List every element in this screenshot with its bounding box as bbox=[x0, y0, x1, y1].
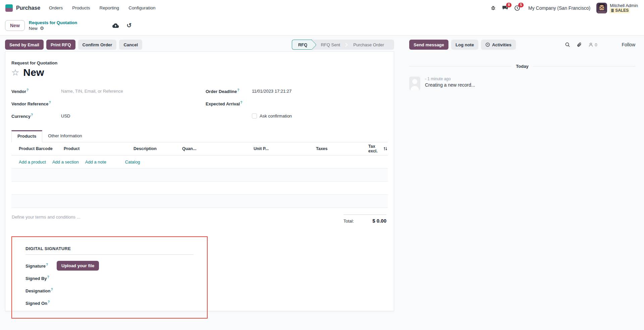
activities-clock-icon[interactable]: 5 bbox=[514, 5, 520, 11]
vendor-reference-label: Vendor Reference? bbox=[11, 101, 61, 106]
empty-table-row bbox=[11, 169, 388, 182]
document-type-label: Request for Quotation bbox=[11, 60, 388, 65]
ask-confirmation-field-row: Ask confirmation bbox=[206, 110, 388, 122]
expected-arrival-input[interactable] bbox=[252, 101, 346, 106]
favorite-star-icon[interactable]: ☆ bbox=[11, 68, 19, 77]
vendor-label: Vendor? bbox=[11, 88, 61, 94]
upload-your-file-button[interactable]: Upload your file bbox=[57, 261, 99, 271]
log-note-button[interactable]: Log note bbox=[451, 40, 478, 50]
debug-bug-icon[interactable] bbox=[490, 5, 496, 11]
terms-and-conditions-input[interactable] bbox=[12, 215, 153, 220]
chatter-panel: Send message Log note Activities bbox=[399, 38, 644, 90]
attachments-paperclip-icon[interactable] bbox=[577, 42, 582, 47]
activities-count-badge: 5 bbox=[518, 3, 524, 7]
order-deadline-label: Order Deadline? bbox=[206, 88, 252, 94]
breadcrumb-parent-link[interactable]: Requests for Quotation bbox=[29, 20, 77, 26]
signed-by-label: Signed By? bbox=[25, 275, 53, 281]
purchase-app-icon bbox=[5, 4, 13, 12]
designation-label: Designation? bbox=[25, 288, 53, 293]
empty-table-row bbox=[11, 195, 388, 208]
tab-products[interactable]: Products bbox=[11, 130, 42, 142]
digital-signature-section: DIGITAL SIGNATURE Signature? Upload your… bbox=[11, 236, 208, 319]
database-name: SALES bbox=[615, 8, 629, 13]
action-buttons-row: Send by Email Print RFQ Confirm Order Ca… bbox=[0, 38, 399, 51]
control-panel: New Requests for Quotation New ⚙ ↺ bbox=[0, 16, 644, 36]
column-tax-excl[interactable]: Tax excl. bbox=[368, 144, 378, 153]
followers-button[interactable]: 0 bbox=[588, 42, 597, 47]
notebook-tabs: Products Other Information bbox=[11, 130, 388, 142]
column-quantity[interactable]: Quan... bbox=[182, 146, 254, 151]
follow-button[interactable]: Follow bbox=[622, 42, 635, 47]
gear-icon[interactable]: ⚙ bbox=[40, 26, 44, 31]
expected-arrival-label: Expected Arrival? bbox=[206, 101, 252, 106]
signature-label: Signature? bbox=[25, 263, 53, 269]
save-cloud-icon[interactable] bbox=[112, 23, 119, 28]
status-step-rfq-sent[interactable]: RFQ Sent bbox=[312, 40, 345, 50]
messages-icon[interactable]: 8 bbox=[502, 5, 508, 11]
optional-columns-icon[interactable] bbox=[383, 146, 388, 151]
order-deadline-field-row: Order Deadline? 11/01/2023 17:21:27 bbox=[206, 85, 388, 97]
vendor-input[interactable] bbox=[61, 89, 155, 94]
date-divider: Today bbox=[409, 64, 635, 69]
add-a-section-link[interactable]: Add a section bbox=[52, 159, 79, 164]
app-name[interactable]: Purchase bbox=[16, 5, 40, 11]
currency-value[interactable]: USD bbox=[61, 113, 70, 119]
ask-confirmation-checkbox[interactable] bbox=[252, 113, 257, 119]
signed-on-label: Signed On? bbox=[25, 300, 53, 306]
search-messages-icon[interactable] bbox=[565, 42, 570, 47]
app-switcher[interactable]: Purchase bbox=[5, 4, 40, 12]
send-by-email-button[interactable]: Send by Email bbox=[5, 40, 44, 50]
column-taxes[interactable]: Taxes bbox=[316, 146, 368, 151]
user-menu[interactable]: Mitchell Admin SALES bbox=[596, 3, 638, 13]
vendor-reference-input[interactable] bbox=[61, 101, 155, 106]
breadcrumb-current: New bbox=[29, 26, 38, 31]
column-product-barcode[interactable]: Product Barcode bbox=[19, 146, 64, 151]
activities-button[interactable]: Activities bbox=[481, 40, 516, 50]
message-avatar bbox=[409, 77, 420, 90]
print-rfq-button[interactable]: Print RFQ bbox=[46, 40, 75, 50]
vendor-field-row: Vendor? bbox=[11, 85, 194, 97]
date-divider-label: Today bbox=[516, 64, 528, 69]
order-deadline-value[interactable]: 11/01/2023 17:21:27 bbox=[252, 89, 291, 94]
help-icon: ? bbox=[237, 88, 239, 92]
help-icon: ? bbox=[49, 101, 51, 104]
unsaved-indicator: ↺ bbox=[112, 23, 131, 28]
discard-changes-icon[interactable]: ↺ bbox=[126, 23, 131, 28]
form-sheet: Request for Quotation ☆ New Vendor? Vend… bbox=[5, 51, 394, 311]
signed-by-field-row: Signed By? bbox=[25, 272, 194, 284]
database-icon bbox=[611, 9, 614, 12]
help-icon: ? bbox=[46, 263, 48, 267]
status-step-purchase-order[interactable]: Purchase Order bbox=[348, 40, 389, 50]
chatter-message: - 1 minute ago Creating a new record... bbox=[409, 77, 635, 90]
column-description[interactable]: Description bbox=[133, 146, 182, 151]
message-text: Creating a new record... bbox=[425, 82, 475, 88]
help-icon: ? bbox=[240, 101, 242, 104]
column-unit-price[interactable]: Unit P... bbox=[254, 146, 316, 151]
database-badge: SALES bbox=[610, 8, 630, 13]
main-menu: Orders Products Reporting Configuration bbox=[49, 5, 155, 10]
order-line-actions: Add a product Add a section Add a note C… bbox=[11, 155, 388, 169]
breadcrumb: Requests for Quotation New ⚙ bbox=[29, 20, 77, 31]
menu-reporting[interactable]: Reporting bbox=[100, 5, 119, 10]
add-a-note-link[interactable]: Add a note bbox=[85, 159, 106, 164]
column-product[interactable]: Product bbox=[64, 146, 133, 151]
cancel-button[interactable]: Cancel bbox=[119, 40, 142, 50]
help-icon: ? bbox=[26, 88, 29, 92]
catalog-link[interactable]: Catalog bbox=[125, 159, 140, 164]
expected-arrival-field-row: Expected Arrival? bbox=[206, 97, 388, 110]
signed-on-field-row: Signed On? bbox=[25, 297, 194, 309]
confirm-order-button[interactable]: Confirm Order bbox=[78, 40, 117, 50]
new-button[interactable]: New bbox=[5, 20, 25, 31]
top-navbar: Purchase Orders Products Reporting Confi… bbox=[0, 0, 644, 16]
total-box: Total: $ 0.00 bbox=[343, 215, 386, 224]
status-step-rfq[interactable]: RFQ bbox=[292, 40, 312, 50]
send-message-button[interactable]: Send message bbox=[409, 40, 448, 50]
menu-orders[interactable]: Orders bbox=[49, 5, 63, 10]
company-switcher[interactable]: My Company (San Francisco) bbox=[528, 5, 590, 11]
add-a-product-link[interactable]: Add a product bbox=[19, 159, 46, 164]
menu-products[interactable]: Products bbox=[72, 5, 90, 10]
menu-configuration[interactable]: Configuration bbox=[128, 5, 155, 10]
tab-other-information[interactable]: Other Information bbox=[42, 130, 88, 142]
vendor-reference-field-row: Vendor Reference? bbox=[11, 97, 194, 110]
digital-signature-title: DIGITAL SIGNATURE bbox=[25, 246, 194, 251]
